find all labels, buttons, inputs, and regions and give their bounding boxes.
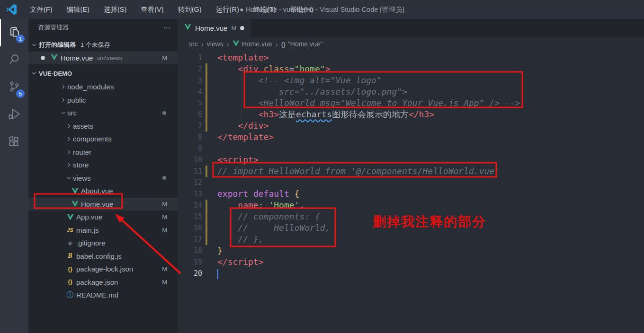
menu-bar: 文件(F)编辑(E)选择(S)查看(V)转到(G)运行(R)终端(T)帮助(H) bbox=[24, 3, 319, 16]
file-home.vue[interactable]: Home.vueM bbox=[28, 198, 178, 211]
editor-group: Home.vue M src›views›Home.vue›{}"Home.vu… bbox=[178, 19, 644, 333]
tab-dirty-indicator[interactable] bbox=[240, 26, 244, 30]
dirty-indicator bbox=[41, 56, 45, 60]
breadcrumb-item[interactable]: {}"Home.vue" bbox=[281, 40, 323, 48]
json-file-icon: {} bbox=[65, 279, 75, 285]
menu-item[interactable]: 运行(R) bbox=[210, 3, 245, 16]
line-content: <HelloWorld msg="Welcome to Your Vue.js … bbox=[207, 97, 520, 109]
code-line-16: 16 // HelloWorld, bbox=[178, 222, 644, 234]
indent-guide bbox=[241, 75, 242, 120]
item-label: package.json bbox=[76, 278, 118, 286]
vscode-window: 文件(F)编辑(E)选择(S)查看(V)转到(G)运行(R)终端(T)帮助(H)… bbox=[0, 0, 644, 333]
folder-node_modules[interactable]: node_modules bbox=[28, 80, 178, 94]
file-package.json[interactable]: {}package.jsonM bbox=[28, 276, 178, 289]
code-line-9: 9 bbox=[178, 143, 644, 154]
file-about.vue[interactable]: About.vue bbox=[28, 184, 178, 198]
folder-public[interactable]: public bbox=[28, 94, 178, 107]
line-content: </script> bbox=[207, 256, 264, 268]
breadcrumb-item[interactable]: src bbox=[189, 40, 198, 48]
item-label: App.vue bbox=[76, 213, 102, 221]
folder-store[interactable]: store bbox=[28, 158, 178, 172]
modified-badge: M bbox=[162, 265, 167, 272]
line-number: 19 bbox=[178, 258, 202, 266]
chevron-right-icon: › bbox=[201, 40, 204, 48]
modified-badge: M bbox=[162, 227, 167, 234]
sidebar-actions-button[interactable]: ⋯ bbox=[163, 23, 171, 32]
folder-components[interactable]: components bbox=[28, 132, 178, 146]
badge: 1 bbox=[16, 35, 25, 43]
file-name: Home.vue bbox=[61, 54, 93, 62]
line-content bbox=[207, 268, 218, 279]
breadcrumb: src›views›Home.vue›{}"Home.vue" bbox=[178, 37, 644, 51]
menu-item[interactable]: 编辑(E) bbox=[61, 3, 96, 16]
line-number: 8 bbox=[178, 133, 202, 141]
code-editor[interactable]: 1<template>2 <div class="home">3 <!-- <i… bbox=[178, 51, 644, 279]
tab-modified-badge: M bbox=[231, 25, 236, 32]
menu-item[interactable]: 转到(G) bbox=[172, 3, 208, 16]
menu-item[interactable]: 帮助(H) bbox=[284, 3, 319, 16]
file-package-lock.json[interactable]: {}package-lock.jsonM bbox=[28, 263, 178, 276]
line-content: export default { bbox=[207, 188, 299, 200]
chevron-down-icon bbox=[64, 174, 73, 182]
item-label: public bbox=[67, 96, 86, 104]
chevron-right-icon: › bbox=[227, 40, 229, 48]
file-readme.md[interactable]: ⓘREADME.md bbox=[28, 289, 178, 302]
activitybar-search[interactable] bbox=[0, 46, 28, 74]
file-main.js[interactable]: JSmain.jsM bbox=[28, 224, 178, 237]
file-babel.config.js[interactable]: Bbabel.config.js bbox=[28, 250, 178, 263]
file-.gitignore[interactable]: ◈.gitignore bbox=[28, 237, 178, 250]
vue-icon bbox=[233, 40, 240, 48]
open-editors-label: 打开的编辑器 bbox=[39, 41, 76, 49]
file-app.vue[interactable]: App.vueM bbox=[28, 210, 178, 224]
code-line-11: 11// import HelloWorld from '@/component… bbox=[178, 166, 644, 177]
breadcrumb-item[interactable]: Home.vue bbox=[233, 40, 272, 48]
line-number: 12 bbox=[178, 178, 202, 187]
code-line-17: 17 // }, bbox=[178, 234, 644, 245]
line-number: 1 bbox=[178, 53, 202, 62]
line-content bbox=[207, 177, 223, 188]
line-content: // components: { bbox=[207, 211, 320, 222]
chevron-right-icon bbox=[64, 161, 73, 169]
line-content: // }, bbox=[207, 234, 264, 245]
run-debug-icon bbox=[7, 107, 21, 123]
menu-item[interactable]: 查看(V) bbox=[134, 3, 170, 16]
line-content: src="../assets/logo.png"> bbox=[207, 86, 407, 97]
js-file-icon: JS bbox=[65, 227, 75, 233]
open-editors-section[interactable]: 打开的编辑器 1 个未保存 bbox=[28, 40, 178, 50]
folder-router[interactable]: router bbox=[28, 146, 178, 159]
folder-assets[interactable]: assets bbox=[28, 120, 178, 133]
chevron-down-icon bbox=[30, 41, 38, 49]
line-content: <!-- <img alt="Vue logo" bbox=[207, 75, 382, 86]
line-number: 18 bbox=[178, 246, 202, 255]
activitybar-run-debug[interactable] bbox=[0, 101, 28, 129]
line-content: // import HelloWorld from '@/components/… bbox=[207, 166, 500, 177]
git-file-icon: ◈ bbox=[65, 239, 75, 246]
item-label: node_modules bbox=[67, 83, 114, 91]
breadcrumb-item[interactable]: views bbox=[207, 40, 224, 48]
activitybar-source-control[interactable]: 5 bbox=[0, 74, 28, 101]
menu-item[interactable]: 选择(S) bbox=[98, 3, 133, 16]
code-line-13: 13export default { bbox=[178, 188, 644, 200]
item-label: About.vue bbox=[81, 187, 113, 195]
tab-home-vue[interactable]: Home.vue M bbox=[178, 19, 251, 37]
menu-item[interactable]: 终端(T) bbox=[247, 3, 282, 16]
code-line-12: 12 bbox=[178, 177, 644, 188]
line-content: <div class="home"> bbox=[207, 63, 330, 75]
line-number: 3 bbox=[178, 76, 202, 85]
extensions-icon bbox=[7, 134, 21, 150]
modified-badge: M bbox=[162, 54, 167, 61]
activitybar-extensions[interactable] bbox=[0, 129, 28, 156]
folder-src[interactable]: src bbox=[28, 106, 178, 120]
babel-file-icon: B bbox=[65, 252, 75, 260]
file-path: src\views bbox=[97, 54, 122, 61]
item-label: main.js bbox=[76, 226, 99, 234]
activitybar-explorer[interactable]: 1 bbox=[0, 19, 28, 46]
item-label: router bbox=[73, 148, 91, 156]
folder-views[interactable]: views bbox=[28, 172, 178, 185]
menu-item[interactable]: 文件(F) bbox=[24, 3, 59, 16]
open-editor-item[interactable]: Home.vuesrc\viewsM bbox=[28, 52, 178, 64]
code-line-2: 2 <div class="home"> bbox=[178, 63, 644, 75]
project-section[interactable]: VUE-DEMO bbox=[28, 68, 178, 79]
activity-bar: 15 bbox=[0, 19, 28, 333]
code-line-3: 3 <!-- <img alt="Vue logo" bbox=[178, 75, 644, 86]
